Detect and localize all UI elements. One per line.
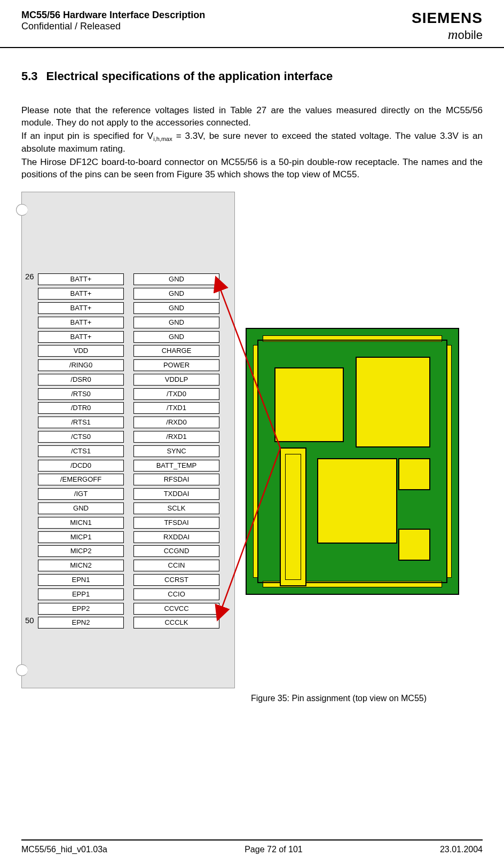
pin-row: EPP2CCVCC bbox=[38, 601, 219, 616]
pcb-chip-2 bbox=[356, 357, 430, 447]
pin-cell-left: /RING0 bbox=[38, 359, 124, 371]
pin-row: EPN1CCRST bbox=[38, 573, 219, 587]
diagram-area: 26 25 50 1 BATT+GNDBATT+GNDBATT+GNDBATT+… bbox=[21, 192, 483, 715]
pin-cell-left: /RTS1 bbox=[38, 417, 124, 428]
pin-row: BATT+GND bbox=[38, 287, 219, 301]
pin-row: /IGTTXDDAI bbox=[38, 487, 219, 501]
pin-cell-right: SYNC bbox=[133, 445, 219, 457]
pin-cell-right: GND bbox=[133, 317, 219, 328]
pin-cell-right: TFSDAI bbox=[133, 517, 219, 529]
p2-part-a: If an input pin is specified for V bbox=[21, 131, 153, 141]
module-outline: 26 25 50 1 BATT+GNDBATT+GNDBATT+GNDBATT+… bbox=[21, 192, 235, 688]
section-title: 5.3Electrical specifications of the appl… bbox=[21, 69, 483, 83]
pin-cell-left: MICN2 bbox=[38, 560, 124, 571]
pin-cell-left: /DTR0 bbox=[38, 402, 124, 414]
notch-bottom-left bbox=[16, 664, 28, 676]
pin-cell-left: /DSR0 bbox=[38, 374, 124, 386]
pin-cell-left: BATT+ bbox=[38, 288, 124, 300]
pcb-inner bbox=[257, 340, 447, 583]
pin-row: BATT+GND bbox=[38, 315, 219, 329]
pin-cell-left: /CTS1 bbox=[38, 445, 124, 457]
pin-cell-right: CCRST bbox=[133, 574, 219, 586]
pcb-chip-1 bbox=[274, 367, 344, 442]
pin-table: BATT+GNDBATT+GNDBATT+GNDBATT+GNDBATT+GND… bbox=[38, 272, 219, 630]
pin-cell-left: BATT+ bbox=[38, 317, 124, 328]
pin-row: MICN2CCIN bbox=[38, 559, 219, 573]
pin-number-50: 50 bbox=[25, 616, 34, 625]
footer-center: Page 72 of 101 bbox=[245, 845, 303, 854]
pin-cell-right: GND bbox=[133, 331, 219, 343]
p2-subscript: i,h,max bbox=[153, 136, 172, 142]
mobile-m: m bbox=[448, 27, 458, 42]
pin-cell-left: BATT+ bbox=[38, 302, 124, 314]
pin-row: BATT+GND bbox=[38, 301, 219, 316]
pin-cell-right: BATT_TEMP bbox=[133, 460, 219, 472]
pcb-connector-inner bbox=[285, 454, 301, 580]
pcb-chip-5 bbox=[398, 458, 430, 490]
pin-cell-right: CCVCC bbox=[133, 603, 219, 615]
page-footer: MC55/56_hid_v01.03a Page 72 of 101 23.01… bbox=[21, 839, 483, 854]
pin-row: VDDCHARGE bbox=[38, 344, 219, 358]
doc-title: MC55/56 Hardware Interface Description bbox=[21, 10, 205, 21]
pin-cell-left: /RTS0 bbox=[38, 388, 124, 400]
pin-row: MICP1RXDDAI bbox=[38, 530, 219, 544]
pin-cell-left: /EMERGOFF bbox=[38, 474, 124, 485]
pin-row: MICP2CCGND bbox=[38, 544, 219, 559]
pin-row: BATT+GND bbox=[38, 329, 219, 344]
pin-cell-left: /DCD0 bbox=[38, 460, 124, 472]
pin-row: MICN1TFSDAI bbox=[38, 515, 219, 530]
doc-confidentiality: Confidential / Released bbox=[21, 21, 205, 32]
pin-cell-right: CCIN bbox=[133, 560, 219, 571]
pin-row: /RTS1/RXD0 bbox=[38, 415, 219, 430]
pin-cell-right: /RXD0 bbox=[133, 417, 219, 428]
pin-cell-right: POWER bbox=[133, 359, 219, 371]
header-left: MC55/56 Hardware Interface Description C… bbox=[21, 10, 205, 32]
pin-cell-right: RFSDAI bbox=[133, 474, 219, 485]
pin-cell-right: RXDDAI bbox=[133, 531, 219, 543]
pcb-chip-4 bbox=[398, 529, 430, 561]
pin-row: /RTS0/TXD0 bbox=[38, 387, 219, 401]
pcb-chip-3 bbox=[317, 458, 397, 544]
paragraph-1: Please note that the reference voltages … bbox=[21, 105, 483, 129]
pin-row: /DTR0/TXD1 bbox=[38, 401, 219, 415]
pin-cell-left: EPP2 bbox=[38, 603, 124, 615]
pin-row: BATT+GND bbox=[38, 272, 219, 287]
pin-row: /CTS1SYNC bbox=[38, 444, 219, 458]
brand-logo: SIEMENS bbox=[412, 10, 483, 27]
pin-cell-left: MICN1 bbox=[38, 517, 124, 529]
pin-row: /DCD0BATT_TEMP bbox=[38, 458, 219, 473]
pin-row: /RING0POWER bbox=[38, 358, 219, 373]
pin-cell-right: SCLK bbox=[133, 502, 219, 514]
pin-cell-left: VDD bbox=[38, 345, 124, 357]
pin-cell-right: GND bbox=[133, 273, 219, 285]
pin-cell-left: EPP1 bbox=[38, 588, 124, 600]
footer-left: MC55/56_hid_v01.03a bbox=[21, 845, 107, 854]
notch-top-left bbox=[16, 204, 28, 216]
pin-cell-left: BATT+ bbox=[38, 273, 124, 285]
pin-cell-right: GND bbox=[133, 288, 219, 300]
pin-cell-left: MICP2 bbox=[38, 545, 124, 557]
pin-cell-right: CCCLK bbox=[133, 617, 219, 629]
pin-cell-left: EPN2 bbox=[38, 617, 124, 629]
pin-cell-right: CCGND bbox=[133, 545, 219, 557]
pin-cell-left: /IGT bbox=[38, 488, 124, 500]
content-area: 5.3Electrical specifications of the appl… bbox=[0, 48, 504, 715]
pin-cell-right: /TXD0 bbox=[133, 388, 219, 400]
pin-row: /DSR0VDDLP bbox=[38, 373, 219, 387]
pin-cell-right: /TXD1 bbox=[133, 402, 219, 414]
pin-number-26: 26 bbox=[25, 272, 34, 281]
section-number: 5.3 bbox=[21, 69, 38, 83]
pin-row: /EMERGOFFRFSDAI bbox=[38, 473, 219, 487]
pin-cell-right: TXDDAI bbox=[133, 488, 219, 500]
pin-cell-left: GND bbox=[38, 502, 124, 514]
pin-row: EPP1CCIO bbox=[38, 587, 219, 601]
paragraph-3: The Hirose DF12C board-to-board connecto… bbox=[21, 156, 483, 181]
pin-cell-right: /RXD1 bbox=[133, 431, 219, 443]
brand-subtitle: mobile bbox=[412, 27, 483, 43]
pin-cell-left: /CTS0 bbox=[38, 431, 124, 443]
pcb-board bbox=[246, 328, 459, 595]
pin-cell-right: GND bbox=[133, 302, 219, 314]
figure-caption: Figure 35: Pin assignment (top view on M… bbox=[251, 694, 427, 703]
header-right: SIEMENS mobile bbox=[412, 10, 483, 43]
pin-cell-left: EPN1 bbox=[38, 574, 124, 586]
